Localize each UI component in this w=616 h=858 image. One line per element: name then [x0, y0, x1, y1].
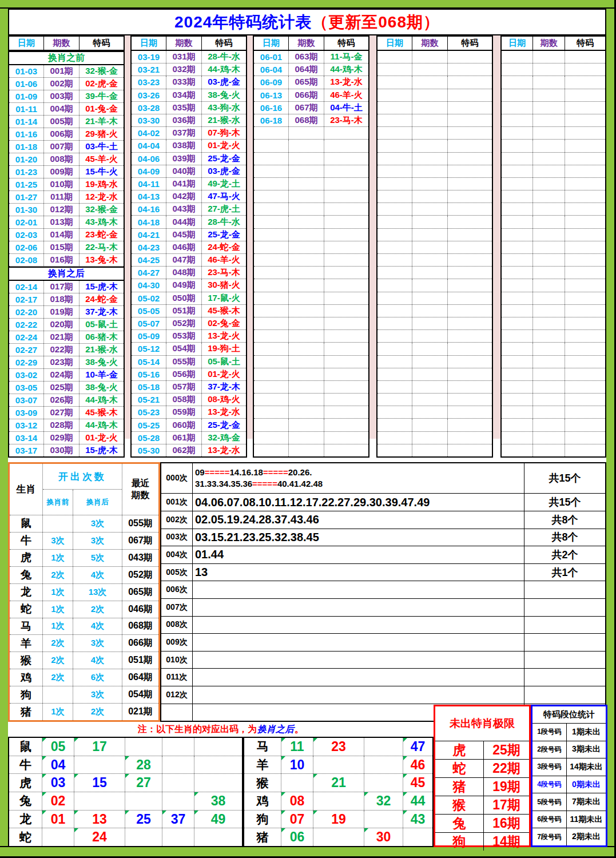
limit-row: 狗14期: [435, 833, 529, 851]
table-row: 05-28061期32-鸡-金: [132, 432, 246, 444]
code-cell: [324, 241, 368, 253]
zodiac-stats-row: 马1次4次068期: [10, 618, 158, 635]
code-cell: 15-牛-火: [79, 166, 124, 178]
table-row: 02-29023期38-兔-火: [9, 356, 124, 369]
period-cell: 022期: [43, 344, 79, 356]
frequency-label-cell: [161, 704, 193, 721]
code-cell: [565, 216, 605, 228]
table-row: [502, 63, 605, 76]
table-row: 02-22020期05-鼠-土: [9, 319, 124, 331]
table-row: [254, 203, 368, 216]
date-cell: [377, 419, 412, 431]
frequency-label-cell: 010次: [161, 652, 193, 669]
date-cell: [377, 317, 412, 329]
after-count-cell: 6次: [73, 669, 122, 686]
table-row: [502, 254, 605, 267]
code-cell: [324, 368, 368, 380]
period-cell: [412, 330, 447, 342]
number-cell: 10: [281, 756, 313, 774]
table-row: [377, 368, 492, 381]
table-row: [502, 317, 605, 330]
code-cell: [447, 127, 492, 139]
date-cell: [254, 178, 288, 190]
code-cell: [447, 76, 492, 88]
code-cell: [447, 190, 492, 202]
segment-value-cell: 7期未出: [567, 793, 606, 811]
segment-label-cell: 7段号码: [532, 828, 567, 845]
zodiac-stats-row: 猪1次2次021期: [10, 704, 158, 720]
table-row: 04-02037期07-狗-木: [132, 127, 246, 140]
period-cell: 027期: [43, 407, 79, 419]
recent-period-cell: 043期: [122, 550, 158, 566]
period-cell: [532, 267, 565, 279]
table-row: [502, 267, 605, 279]
frequency-total-cell: 共2个: [524, 546, 605, 563]
frequency-row: 003次03.15.21.23.25.32.38.45共8个: [161, 529, 605, 547]
period-cell: [412, 406, 447, 418]
date-cell: [254, 356, 288, 368]
code-cell: [324, 444, 368, 456]
number-cell: 46: [403, 756, 432, 774]
zodiac-numbers-table-right: 马112347羊1046猴2145鸡083244狗071943猪0630: [243, 737, 434, 847]
period-cell: [412, 89, 447, 101]
frequency-label-cell: 000次: [161, 463, 193, 493]
period-cell: [412, 216, 447, 228]
zodiac-stats-row: 鸡2次6次064期: [10, 669, 158, 686]
table-row: 03-30036期21-猴-水: [132, 114, 246, 127]
table-row: [502, 140, 605, 152]
table-row: 01-03001期32-猴-金: [9, 65, 124, 78]
date-cell: [502, 165, 532, 177]
period-cell: [288, 406, 324, 418]
period-cell: [412, 267, 447, 279]
code-cell: [565, 127, 605, 139]
period-cell: 011期: [43, 191, 79, 203]
period-cell: [288, 203, 324, 215]
date-cell: 06-13: [254, 89, 288, 101]
date-cell: [254, 190, 288, 202]
frequency-number-segment: =====: [263, 467, 288, 477]
table-row: [502, 381, 605, 394]
code-cell: [447, 102, 492, 114]
table-row: [254, 381, 368, 394]
code-cell: [324, 216, 368, 228]
frequency-label-cell: 008次: [161, 617, 193, 634]
frequency-numbers-cell: 09=====14.16.18=====20.26.31.33.34.35.36…: [193, 463, 524, 493]
code-cell: 13-龙-水: [324, 76, 368, 88]
code-cell: [324, 153, 368, 165]
period-table-body: [502, 51, 605, 456]
table-row: 02-06015期22-马-木: [9, 241, 124, 254]
date-cell: [502, 406, 532, 418]
recent-period-cell: 066期: [122, 635, 158, 652]
period-cell: 061期: [166, 432, 201, 444]
period-cell: 063期: [288, 51, 324, 63]
date-cell: 02-22: [9, 319, 43, 331]
frequency-row: 010次: [161, 652, 605, 669]
period-cell: 010期: [43, 178, 79, 190]
number-cell: [364, 756, 403, 774]
table-row: [502, 127, 605, 140]
period-cell: 043期: [166, 203, 201, 215]
frequency-total-cell: 共8个: [524, 529, 605, 546]
frequency-label-cell: 006次: [161, 581, 193, 598]
period-cell: 054期: [166, 343, 201, 355]
zodiac-cell: 马: [244, 738, 281, 756]
table-row: [254, 165, 368, 178]
date-cell: 03-02: [9, 369, 43, 381]
date-cell: [254, 229, 288, 241]
period-cell: [288, 229, 324, 241]
table-row: 04-21045期25-龙-金: [132, 229, 246, 241]
period-cell: 052期: [166, 317, 201, 329]
period-column-header: 期数: [288, 37, 324, 50]
date-cell: 06-09: [254, 76, 288, 88]
date-cell: [377, 63, 412, 76]
code-cell: [565, 444, 605, 456]
code-cell: 11-马-金: [324, 51, 368, 63]
frequency-label-cell: 004次: [161, 546, 193, 563]
table-row: [254, 356, 368, 368]
date-cell: [502, 140, 532, 152]
table-row: [254, 229, 368, 241]
table-row: [377, 292, 492, 305]
date-cell: 03-28: [132, 102, 166, 114]
number-cell: [313, 828, 364, 846]
code-cell: [447, 381, 492, 393]
